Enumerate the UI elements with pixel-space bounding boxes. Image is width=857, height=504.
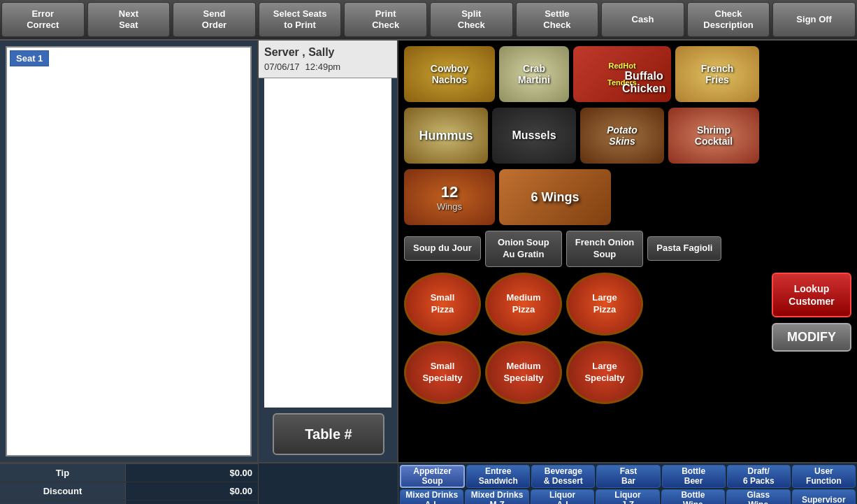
mixed-drinks-mz-cat-button[interactable]: Mixed DrinksM-Z <box>465 489 528 504</box>
next-seat-button[interactable]: NextSeat <box>87 2 171 37</box>
menu-row-2: Hummus Mussels PotatoSkins ShrimpCocktai… <box>404 108 851 164</box>
menu-row-4: Soup du Jour Onion SoupAu Gratin French … <box>404 231 851 267</box>
glass-wine-cat-button[interactable]: GlassWine <box>726 489 790 504</box>
wings-6-label: 6 Wings <box>531 190 579 205</box>
french-fries-label: FrenchFries <box>701 63 734 85</box>
large-specialty-button[interactable]: LargeSpecialty <box>566 341 643 404</box>
fast-bar-cat-button[interactable]: FastBar <box>596 465 660 488</box>
wings-6-button[interactable]: 6 Wings <box>499 169 611 225</box>
server-info: Server , Sally 07/06/17 12:49pm <box>259 41 397 78</box>
middle-panel: Server , Sally 07/06/17 12:49pm Table # <box>259 41 398 462</box>
menu-row-1: CowboyNachos CrabMartini RedHotBuffaloCh… <box>404 46 851 102</box>
hummus-button[interactable]: Hummus <box>404 108 488 164</box>
category-panel: AppetizerSoupEntreeSandwichBeverage& Des… <box>398 463 857 504</box>
settle-check-button[interactable]: SettleCheck <box>516 2 599 37</box>
menu-panel: CowboyNachos CrabMartini RedHotBuffaloCh… <box>398 41 857 462</box>
pasta-fagioli-button[interactable]: Pasta Fagioli <box>647 236 721 261</box>
cowboy-nachos-label: CowboyNachos <box>431 63 468 85</box>
summary-row-discount: Discount $0.00 <box>0 482 258 501</box>
supervisor-cat-button[interactable]: Supervisor <box>792 489 856 504</box>
menu-row-3: 12 Wings 6 Wings <box>404 169 851 225</box>
small-pizza-button[interactable]: SmallPizza <box>404 273 481 336</box>
user-function-cat-button[interactable]: UserFunction <box>792 465 856 488</box>
summary-label: Discount <box>0 482 126 500</box>
small-specialty-label: SmallSpecialty <box>422 361 462 384</box>
middle-order-display <box>264 78 391 408</box>
sign-off-button[interactable]: Sign Off <box>772 2 856 37</box>
pizza-row-2: SmallSpecialty MediumSpecialty LargeSpec… <box>404 341 643 404</box>
cowboy-nachos-button[interactable]: CowboyNachos <box>404 46 495 102</box>
wings-12-sublabel: Wings <box>437 201 462 212</box>
pizza-row-1: SmallPizza MediumPizza LargePizza <box>404 273 643 336</box>
large-pizza-button[interactable]: LargePizza <box>566 273 643 336</box>
pizza-columns: SmallPizza MediumPizza LargePizza SmallS… <box>404 273 643 404</box>
summary-label: Sub Total <box>0 501 126 504</box>
print-check-button[interactable]: PrintCheck <box>344 2 427 37</box>
liquor-jz-cat-button[interactable]: LiquorJ-Z <box>596 489 659 504</box>
cat-row-1: AppetizerSoupEntreeSandwichBeverage& Des… <box>400 465 856 488</box>
small-specialty-button[interactable]: SmallSpecialty <box>404 341 481 404</box>
soup-du-jour-button[interactable]: Soup du Jour <box>404 236 481 261</box>
wings-12-button[interactable]: 12 Wings <box>404 169 495 225</box>
potato-skins-label: PotatoSkins <box>607 124 638 147</box>
bottom-middle-spacer <box>259 463 398 504</box>
left-panel: Seat 1 <box>0 41 259 462</box>
buffalo-chicken-button[interactable]: RedHotBuffaloChickenTenders <box>573 46 671 102</box>
beverage-dessert-cat-button[interactable]: Beverage& Dessert <box>531 465 595 488</box>
summary-value: $0.00 <box>126 468 258 478</box>
check-description-button[interactable]: CheckDescription <box>687 2 770 37</box>
seat-label: Seat 1 <box>10 50 49 66</box>
mussels-label: Mussels <box>512 129 556 142</box>
summary-label: Tip <box>0 464 126 482</box>
modify-button[interactable]: MODIFY <box>772 323 851 352</box>
table-button[interactable]: Table # <box>273 413 384 455</box>
crab-martini-label: CrabMartini <box>518 63 550 85</box>
large-pizza-label: LargePizza <box>592 292 617 316</box>
summary-row-sub-total: Sub Total $0.00 <box>0 501 258 504</box>
shrimp-cocktail-label: ShrimpCocktail <box>695 124 733 147</box>
liquor-ai-cat-button[interactable]: LiquorA-I <box>531 489 594 504</box>
date-display: 07/06/17 <box>264 62 300 72</box>
error-correct-button[interactable]: ErrorCorrect <box>1 2 85 37</box>
summary-value: $0.00 <box>126 486 258 496</box>
bottom-bar: Tip $0.00Discount $0.00Sub Total $0.00Ta… <box>0 462 857 504</box>
side-buttons: LookupCustomer MODIFY <box>772 273 851 404</box>
lookup-customer-button[interactable]: LookupCustomer <box>772 273 851 317</box>
time-display: 12:49pm <box>305 62 341 72</box>
order-area: Seat 1 <box>6 46 252 456</box>
draft-6packs-cat-button[interactable]: Draft/6 Packs <box>727 465 791 488</box>
shrimp-cocktail-button[interactable]: ShrimpCocktail <box>668 108 759 164</box>
medium-specialty-button[interactable]: MediumSpecialty <box>485 341 562 404</box>
cash-button[interactable]: Cash <box>601 2 684 37</box>
medium-pizza-label: MediumPizza <box>506 292 540 316</box>
pizza-area: SmallPizza MediumPizza LargePizza SmallS… <box>404 273 851 404</box>
summary-panel: Tip $0.00Discount $0.00Sub Total $0.00Ta… <box>0 463 259 504</box>
server-name: Server , Sally <box>264 46 391 59</box>
date-time: 07/06/17 12:49pm <box>264 62 391 72</box>
medium-pizza-button[interactable]: MediumPizza <box>485 273 562 336</box>
buffalo-chicken-label: RedHotBuffaloChickenTenders <box>607 62 637 87</box>
french-fries-button[interactable]: FrenchFries <box>675 46 759 102</box>
mussels-button[interactable]: Mussels <box>492 108 576 164</box>
cat-row-2: Mixed DrinksA-LMixed DrinksM-ZLiquorA-IL… <box>400 489 856 504</box>
bottle-wine-cat-button[interactable]: BottleWine <box>661 489 725 504</box>
medium-specialty-label: MediumSpecialty <box>503 361 543 384</box>
send-order-button[interactable]: SendOrder <box>173 2 256 37</box>
bottle-beer-cat-button[interactable]: BottleBeer <box>662 465 726 488</box>
potato-skins-button[interactable]: PotatoSkins <box>580 108 664 164</box>
main-area: Seat 1 Server , Sally 07/06/17 12:49pm T… <box>0 41 857 462</box>
entree-sandwich-cat-button[interactable]: EntreeSandwich <box>466 465 530 488</box>
split-check-button[interactable]: SplitCheck <box>430 2 513 37</box>
select-seats-button[interactable]: Select Seatsto Print <box>259 2 342 37</box>
onion-soup-button[interactable]: Onion SoupAu Gratin <box>485 231 562 267</box>
summary-row-tip: Tip $0.00 <box>0 464 258 482</box>
toolbar: ErrorCorrectNextSeatSendOrderSelect Seat… <box>0 0 857 41</box>
small-pizza-label: SmallPizza <box>431 292 455 316</box>
appetizer-soup-cat-button[interactable]: AppetizerSoup <box>400 465 465 488</box>
hummus-label: Hummus <box>419 129 473 143</box>
large-specialty-label: LargeSpecialty <box>584 361 624 384</box>
french-onion-soup-button[interactable]: French OnionSoup <box>566 231 644 267</box>
crab-martini-button[interactable]: CrabMartini <box>499 46 569 102</box>
mixed-drinks-al-cat-button[interactable]: Mixed DrinksA-L <box>400 489 463 504</box>
wings-12-label: 12 <box>441 183 458 201</box>
